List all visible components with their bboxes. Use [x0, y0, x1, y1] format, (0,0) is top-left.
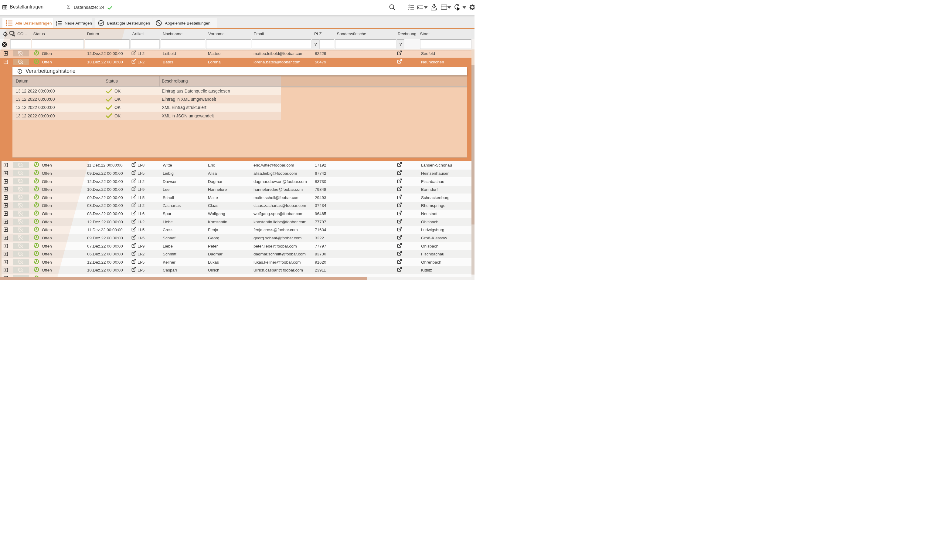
svg-text:3: 3: [56, 24, 57, 26]
